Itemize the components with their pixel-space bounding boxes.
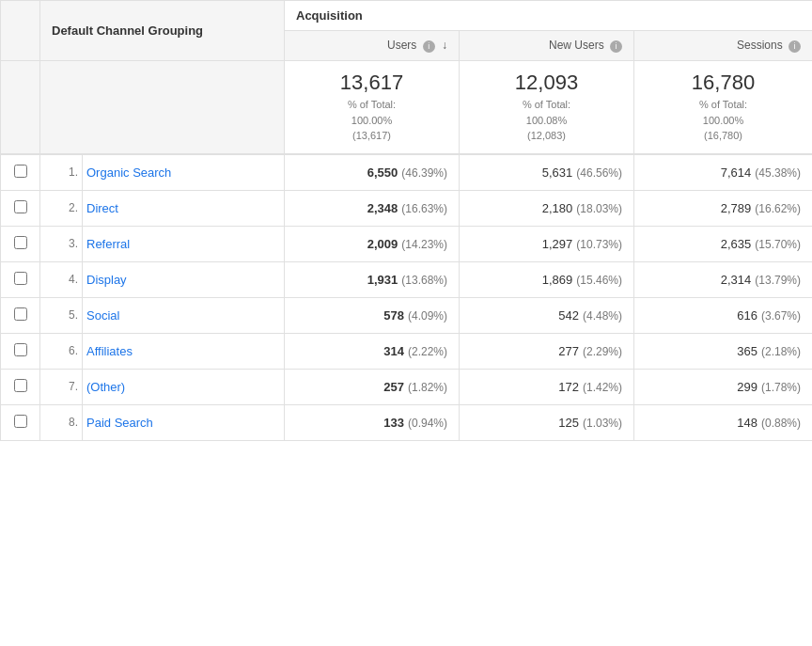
channel-link[interactable]: Organic Search	[86, 165, 171, 180]
channel-link[interactable]: Paid Search	[86, 416, 153, 430]
sessions-col-header: Sessions i	[634, 31, 813, 61]
users-sort-icon[interactable]: ↓	[442, 39, 447, 52]
channel-cell[interactable]: Direct	[83, 190, 285, 226]
new-users-info-icon[interactable]: i	[610, 40, 622, 53]
channel-link[interactable]: Affiliates	[86, 344, 133, 358]
users-cell: 578(4.09%)	[285, 297, 460, 333]
users-cell: 2,348(16.63%)	[285, 190, 460, 226]
table-row: 6.Affiliates314(2.22%)277(2.29%)365(2.18…	[1, 333, 813, 369]
users-label: Users	[387, 39, 416, 52]
channel-cell[interactable]: Social	[83, 297, 285, 333]
row-number: 3.	[40, 226, 83, 261]
channel-grouping-header: Default Channel Grouping	[40, 1, 285, 61]
channel-cell[interactable]: Affiliates	[83, 333, 285, 369]
new-users-cell: 172(1.42%)	[460, 369, 634, 404]
new-users-cell: 542(4.48%)	[460, 297, 634, 333]
sessions-label: Sessions	[737, 39, 783, 52]
sessions-cell: 616(3.67%)	[634, 297, 813, 333]
row-checkbox[interactable]	[14, 272, 27, 285]
channel-cell[interactable]: Organic Search	[83, 154, 285, 191]
sessions-cell: 365(2.18%)	[634, 333, 813, 369]
totals-users: 13,617 % of Total:100.00%(13,617)	[285, 61, 460, 154]
sessions-cell: 2,635(15.70%)	[634, 226, 813, 261]
totals-new-users-value: 12,093	[471, 71, 622, 95]
sessions-cell: 2,314(13.79%)	[634, 261, 813, 297]
table-row: 8.Paid Search133(0.94%)125(1.03%)148(0.8…	[1, 404, 813, 440]
new-users-cell: 1,297(10.73%)	[460, 226, 634, 261]
row-checkbox-cell[interactable]	[1, 369, 40, 404]
row-number: 4.	[40, 261, 83, 297]
row-number: 7.	[40, 369, 83, 404]
users-cell: 2,009(14.23%)	[285, 226, 460, 261]
new-users-cell: 277(2.29%)	[460, 333, 634, 369]
row-checkbox-cell[interactable]	[1, 226, 40, 261]
section-label: Acquisition	[296, 8, 363, 23]
new-users-cell: 2,180(18.03%)	[460, 190, 634, 226]
row-checkbox[interactable]	[14, 379, 27, 392]
users-cell: 257(1.82%)	[285, 369, 460, 404]
channel-link[interactable]: Referral	[86, 237, 130, 251]
row-number: 8.	[40, 404, 83, 440]
row-checkbox-cell[interactable]	[1, 297, 40, 333]
row-checkbox-cell[interactable]	[1, 154, 40, 191]
users-cell: 133(0.94%)	[285, 404, 460, 440]
sessions-cell: 7,614(45.38%)	[634, 154, 813, 191]
new-users-label: New Users	[549, 39, 604, 52]
table-row: 7.(Other)257(1.82%)172(1.42%)299(1.78%)	[1, 369, 813, 404]
sessions-info-icon[interactable]: i	[789, 40, 801, 53]
channel-link[interactable]: Social	[86, 308, 119, 323]
row-checkbox[interactable]	[14, 415, 27, 428]
channel-link[interactable]: Display	[86, 273, 127, 287]
channel-cell[interactable]: Display	[83, 261, 285, 297]
row-checkbox-cell[interactable]	[1, 261, 40, 297]
table-row: 5.Social578(4.09%)542(4.48%)616(3.67%)	[1, 297, 813, 333]
row-checkbox[interactable]	[14, 343, 27, 356]
row-checkbox[interactable]	[14, 165, 27, 178]
users-info-icon[interactable]: i	[423, 40, 435, 53]
row-number: 1.	[40, 154, 83, 191]
row-checkbox-cell[interactable]	[1, 333, 40, 369]
users-cell: 1,931(13.68%)	[285, 261, 460, 297]
totals-row: 13,617 % of Total:100.00%(13,617) 12,093…	[1, 61, 813, 154]
channel-cell[interactable]: (Other)	[83, 369, 285, 404]
row-checkbox-cell[interactable]	[1, 190, 40, 226]
new-users-cell: 5,631(46.56%)	[460, 154, 634, 191]
checkbox-header	[1, 1, 40, 61]
totals-sessions: 16,780 % of Total:100.00%(16,780)	[634, 61, 813, 154]
channel-label: Default Channel Grouping	[52, 24, 203, 38]
users-cell: 6,550(46.39%)	[285, 154, 460, 191]
channel-link[interactable]: (Other)	[86, 380, 125, 394]
row-number: 6.	[40, 333, 83, 369]
totals-sessions-sub: % of Total:100.00%(16,780)	[646, 97, 801, 144]
row-number: 2.	[40, 190, 83, 226]
analytics-table: Default Channel Grouping Acquisition Use…	[0, 0, 812, 441]
table-row: 4.Display1,931(13.68%)1,869(15.46%)2,314…	[1, 261, 813, 297]
acquisition-header: Acquisition	[285, 1, 813, 31]
sessions-cell: 299(1.78%)	[634, 369, 813, 404]
totals-new-users: 12,093 % of Total:100.08%(12,083)	[460, 61, 634, 154]
row-checkbox[interactable]	[14, 200, 27, 213]
totals-sessions-value: 16,780	[646, 71, 801, 95]
row-checkbox-cell[interactable]	[1, 404, 40, 440]
users-cell: 314(2.22%)	[285, 333, 460, 369]
table-row: 2.Direct2,348(16.63%)2,180(18.03%)2,789(…	[1, 190, 813, 226]
totals-users-sub: % of Total:100.00%(13,617)	[296, 97, 447, 144]
row-number: 5.	[40, 297, 83, 333]
table-row: 1.Organic Search6,550(46.39%)5,631(46.56…	[1, 154, 813, 191]
users-col-header: Users i ↓	[285, 31, 460, 61]
new-users-cell: 1,869(15.46%)	[460, 261, 634, 297]
new-users-col-header: New Users i	[460, 31, 634, 61]
row-checkbox[interactable]	[14, 236, 27, 249]
totals-new-users-sub: % of Total:100.08%(12,083)	[471, 97, 622, 144]
sessions-cell: 148(0.88%)	[634, 404, 813, 440]
new-users-cell: 125(1.03%)	[460, 404, 634, 440]
channel-link[interactable]: Direct	[86, 201, 118, 215]
sessions-cell: 2,789(16.62%)	[634, 190, 813, 226]
table-row: 3.Referral2,009(14.23%)1,297(10.73%)2,63…	[1, 226, 813, 261]
channel-cell[interactable]: Referral	[83, 226, 285, 261]
totals-users-value: 13,617	[296, 71, 447, 95]
row-checkbox[interactable]	[14, 307, 27, 321]
channel-cell[interactable]: Paid Search	[83, 404, 285, 440]
